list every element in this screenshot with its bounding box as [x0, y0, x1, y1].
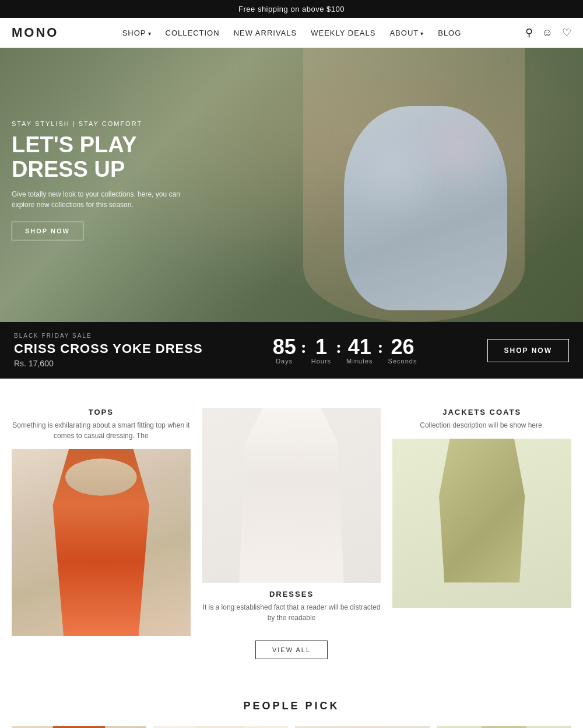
jackets-description: Collection description will be show here… — [392, 420, 571, 430]
tops-title: TOPS — [12, 408, 191, 416]
timer-minutes: 41 Minutes — [346, 337, 373, 365]
nav-shop[interactable]: SHOP▾ — [122, 29, 152, 37]
timer-colon-3: : — [378, 337, 384, 357]
view-all-button[interactable]: VIEW ALL — [255, 640, 328, 659]
announcement-bar: Free shipping on above $100 — [0, 0, 583, 18]
dresses-title: DRESSES — [269, 590, 314, 598]
header-icons: ⚲ ☺ ♡ — [525, 26, 571, 39]
collection-jackets: JACKETS COATS Collection description wil… — [392, 408, 571, 608]
people-pick-section: PEOPLE PICK → — [0, 677, 583, 728]
main-nav: SHOP▾ COLLECTION NEW ARRIVALS WEEKLY DEA… — [122, 29, 462, 37]
jackets-image[interactable] — [392, 439, 571, 608]
cart-icon[interactable]: ♡ — [562, 26, 571, 39]
hero-subtitle: STAY STYLISH | STAY COMFORT — [12, 120, 198, 127]
logo[interactable]: MONO — [12, 25, 58, 40]
collections-section: TOPS Something is exhilarating about a s… — [0, 379, 583, 677]
hero-shop-now-button[interactable]: SHOP NOW — [12, 222, 83, 240]
announcement-text: Free shipping on above $100 — [238, 5, 345, 13]
timer-colon-1: : — [301, 337, 307, 357]
hero-content: STAY STYLISH | STAY COMFORT LET'S PLAY D… — [12, 120, 198, 240]
nav-collection[interactable]: COLLECTION — [166, 29, 220, 37]
nav-about[interactable]: ABOUT▾ — [389, 29, 424, 37]
nav-weekly-deals[interactable]: WEEKLY DEALS — [311, 29, 375, 37]
timer-hours-value: 1 — [311, 337, 331, 358]
timer-hours: 1 Hours — [311, 337, 331, 365]
timer-minutes-label: Minutes — [346, 358, 373, 365]
collections-grid: TOPS Something is exhilarating about a s… — [12, 408, 571, 659]
bf-product-info: BLACK FRIDAY SALE CRISS CROSS YOKE DRESS… — [14, 332, 203, 368]
collection-tops: TOPS Something is exhilarating about a s… — [12, 408, 191, 636]
bf-sale-label: BLACK FRIDAY SALE — [14, 332, 203, 339]
bf-shop-now-button[interactable]: SHOP NOW — [487, 339, 569, 362]
bf-product-name: CRISS CROSS YOKE DRESS — [14, 341, 203, 356]
tops-image[interactable] — [12, 449, 191, 636]
about-dropdown-arrow: ▾ — [420, 30, 424, 37]
hero-description: Give totally new look to your collection… — [12, 189, 198, 210]
dresses-description: It is a long established fact that a rea… — [202, 602, 381, 623]
tops-description: Something is exhilarating about a smart … — [12, 420, 191, 441]
search-icon[interactable]: ⚲ — [525, 26, 533, 39]
header: MONO SHOP▾ COLLECTION NEW ARRIVALS WEEKL… — [0, 18, 583, 48]
hero-dress — [344, 106, 507, 310]
hero-title: LET'S PLAY DRESS UP — [12, 133, 198, 182]
timer-seconds-label: Seconds — [388, 358, 417, 365]
timer-hours-label: Hours — [311, 358, 331, 365]
account-icon[interactable]: ☺ — [542, 27, 553, 39]
bf-price: Rs. 17,600 — [14, 359, 203, 368]
nav-new-arrivals[interactable]: NEW ARRIVALS — [234, 29, 297, 37]
nav-blog[interactable]: BLOG — [438, 29, 461, 37]
bf-countdown-timer: 85 Days : 1 Hours : 41 Minutes : 26 Seco… — [273, 337, 417, 365]
collection-dresses: DRESSES It is a long established fact th… — [202, 408, 381, 659]
shop-dropdown-arrow: ▾ — [148, 30, 152, 37]
timer-days-label: Days — [273, 358, 296, 365]
dresses-image[interactable] — [202, 408, 381, 583]
people-pick-title: PEOPLE PICK — [12, 700, 571, 712]
timer-seconds: 26 Seconds — [388, 337, 417, 365]
timer-days: 85 Days — [273, 337, 296, 365]
timer-seconds-value: 26 — [388, 337, 417, 358]
hero-section: STAY STYLISH | STAY COMFORT LET'S PLAY D… — [0, 48, 583, 322]
timer-days-value: 85 — [273, 337, 296, 358]
timer-colon-2: : — [336, 337, 342, 357]
black-friday-banner: BLACK FRIDAY SALE CRISS CROSS YOKE DRESS… — [0, 322, 583, 379]
jackets-title: JACKETS COATS — [392, 408, 571, 416]
timer-minutes-value: 41 — [346, 337, 373, 358]
